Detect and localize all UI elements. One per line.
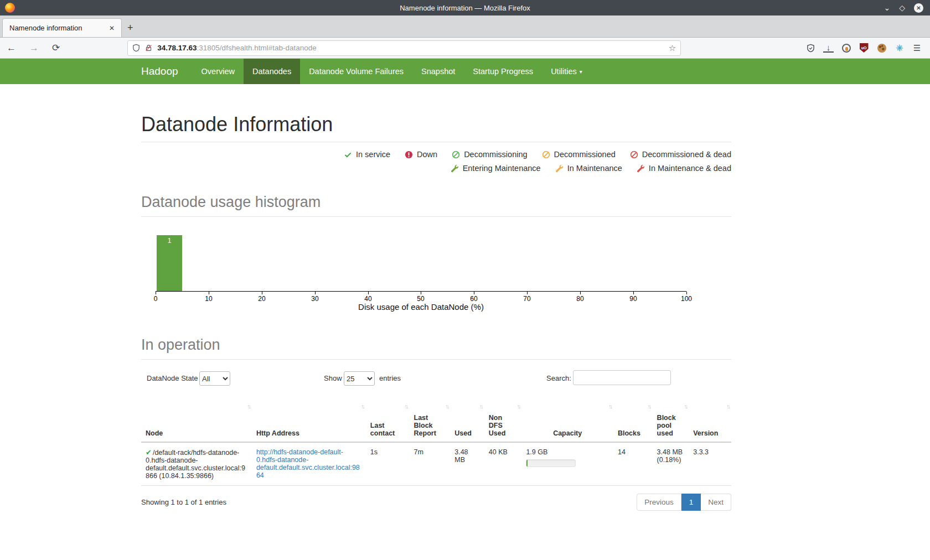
forward-icon[interactable]: → [23,43,45,54]
x-tick: 30 [311,295,318,303]
column-header-used[interactable]: Used↑↓ [450,400,484,442]
column-header-blocks[interactable]: Blocks↑↓ [613,400,653,442]
column-header-non-dfs-used[interactable]: Non DFS Used↑↓ [484,400,522,442]
page-1-button[interactable]: 1 [681,494,701,511]
wrench-icon [451,164,459,173]
cookie-extension-icon[interactable] [876,43,887,53]
x-tick: 10 [205,295,212,303]
browser-tab[interactable]: Namenode information ✕ [2,18,122,37]
pagination: Previous 1 Next [637,494,731,511]
maximize-icon[interactable]: ◇ [899,4,905,12]
sort-icon: ↑↓ [405,403,407,409]
hadoop-navbar: Hadoop Overview Datanodes Datanode Volum… [0,59,930,84]
ban-circle-icon [542,151,550,159]
url-host: 34.78.17.63 [157,44,197,52]
column-header-block-pool-used[interactable]: Block pool used↑↓ [653,400,689,442]
reload-icon[interactable]: ⟳ [45,42,66,54]
showing-entries-text: Showing 1 to 1 of 1 entries [141,498,226,506]
pinwheel-extension-icon[interactable]: ✳ [894,43,905,53]
window-title: Namenode information — Mozilla Firefox [0,4,930,12]
cell-capacity: 1.9 GB [521,442,613,486]
next-page-button[interactable]: Next [701,494,731,511]
cell-http-address: http://hdfs-datanode-default-0.hdfs-data… [252,442,366,486]
page-content: Datanode Information In service Down Dec… [141,113,731,533]
bookmark-star-icon[interactable]: ☆ [669,43,676,53]
previous-page-button[interactable]: Previous [637,494,681,511]
nav-item-utilities-label: Utilities [551,67,577,76]
sort-icon: ↑↓ [479,403,482,409]
ban-circle-icon [452,151,460,159]
datanode-table: Node↑↓ Http Address↑↓ Last contact↑↓ Las… [141,400,731,486]
column-header-node[interactable]: Node↑↓ [141,400,252,442]
nav-item-startup-progress[interactable]: Startup Progress [464,59,542,84]
tab-title: Namenode information [9,24,107,32]
nav-item-overview[interactable]: Overview [193,59,244,84]
column-header-version[interactable]: Version↑↓ [689,400,731,442]
column-header-capacity[interactable]: Capacity↑↓ [521,400,613,442]
x-tick: 70 [523,295,530,303]
histogram-section-title: Datanode usage histogram [141,194,731,211]
minimize-icon[interactable]: ⌄ [884,4,890,12]
entries-label: entries [379,374,401,382]
legend-decommissioned-dead: Decommissioned & dead [630,150,731,159]
search-input[interactable] [573,370,671,385]
protections-shield-icon[interactable] [805,43,816,53]
x-tick: 0 [154,295,158,303]
sort-icon: ↑↓ [516,403,519,409]
legend-in-maintenance: In Maintenance [555,164,622,173]
url-bar[interactable]: 34.78.17.63:31805/dfshealth.html#tab-dat… [127,40,681,56]
shield-permissions-icon[interactable] [132,44,140,52]
caret-down-icon: ▾ [580,69,582,75]
nav-item-datanodes[interactable]: Datanodes [244,59,300,84]
nav-item-snapshot[interactable]: Snapshot [412,59,464,84]
x-tick: 40 [364,295,371,303]
tab-close-icon[interactable]: ✕ [107,23,117,33]
menu-icon[interactable]: ☰ [912,43,922,53]
x-tick: 80 [576,295,583,303]
navbar-brand[interactable]: Hadoop [141,59,193,84]
search-label: Search: [546,374,571,382]
cell-node: ✔/default-rack/hdfs-datanode-0.hdfs-data… [141,442,252,486]
wrench-icon [555,164,564,173]
new-tab-button[interactable]: + [122,22,139,37]
insecure-lock-icon[interactable] [145,44,152,52]
cell-last-contact: 1s [366,442,410,486]
legend-in-maintenance-dead: In Maintenance & dead [637,164,731,173]
column-header-http-address[interactable]: Http Address↑↓ [252,400,366,442]
show-label: Show [324,374,342,382]
sort-icon: ↑↓ [648,403,650,409]
nav-item-datanode-volume-failures[interactable]: Datanode Volume Failures [300,59,412,84]
histogram-bar: 1 [157,235,182,291]
x-axis-label: Disk usage of each DataNode (%) [156,302,686,312]
in-service-check-icon: ✔ [146,448,152,457]
table-row: ✔/default-rack/hdfs-datanode-0.hdfs-data… [141,442,731,486]
cell-last-block-report: 7m [410,442,451,486]
column-header-last-contact[interactable]: Last contact↑↓ [366,400,410,442]
back-icon[interactable]: ← [0,43,23,54]
table-footer: Showing 1 to 1 of 1 entries Previous 1 N… [141,494,731,533]
legend-down: Down [405,150,437,159]
x-tick: 20 [258,295,265,303]
firefox-logo-icon [5,3,15,13]
legend-in-service: In service [344,150,390,159]
downloads-icon[interactable]: ↓ [823,44,834,53]
ublock-extension-icon[interactable]: uO [859,43,869,53]
container-extension-icon[interactable] [841,43,851,53]
page-title: Datanode Information [141,113,731,136]
close-window-icon[interactable]: ✕ [914,3,923,13]
datanode-state-select[interactable]: All [199,371,230,386]
datanode-http-link[interactable]: http://hdfs-datanode-default-0.hdfs-data… [256,448,360,479]
window-titlebar: Namenode information — Mozilla Firefox ⌄… [0,0,930,15]
nav-item-utilities[interactable]: Utilities ▾ [542,59,591,84]
cell-non-dfs-used: 40 KB [484,442,522,486]
tab-strip: Namenode information ✕ + [0,15,930,38]
x-tick: 90 [629,295,637,303]
divider [141,359,731,360]
entries-select[interactable]: 25 [344,371,375,386]
url-text: 34.78.17.63:31805/dfshealth.html#tab-dat… [157,44,669,52]
cell-block-pool-used: 3.48 MB (0.18%) [653,442,689,486]
x-tick: 100 [681,295,692,303]
column-header-last-block-report[interactable]: Last Block Report↑↓ [410,400,451,442]
browser-toolbar: ← → ⟳ 34.78.17.63:31805/dfshealth.html#t… [0,38,930,59]
sort-icon: ↑↓ [445,403,448,409]
